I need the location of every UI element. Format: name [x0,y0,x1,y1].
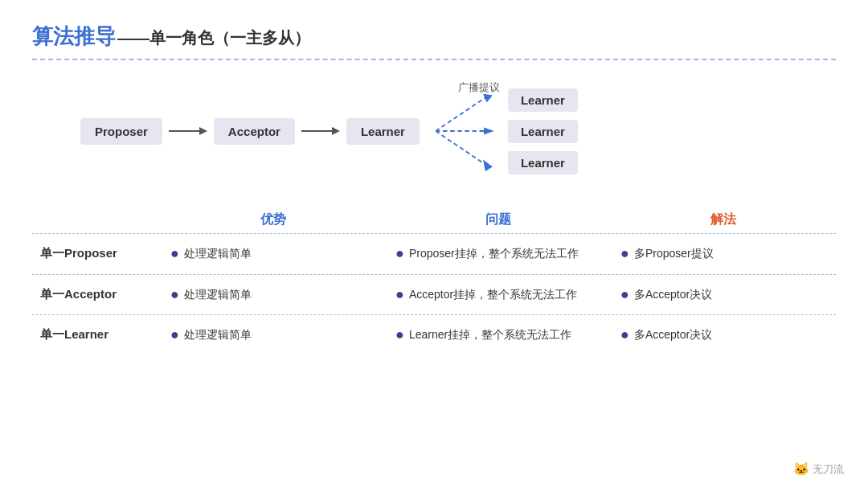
bullet-icon: ● [395,286,404,304]
watermark-icon: 🐱 [793,461,809,477]
row-1-solution-text: 多Proposer提议 [634,245,714,262]
svg-marker-3 [332,127,340,135]
row-3-advantage: ● 处理逻辑简单 [161,326,386,344]
bullet-icon: ● [170,286,179,304]
svg-line-8 [436,131,487,166]
learner-center-node: Learner [346,118,420,145]
svg-marker-1 [199,127,207,135]
row-3-problem: ● Learner挂掉，整个系统无法工作 [386,326,611,344]
bullet-icon: ● [620,245,629,263]
proposer-node: Proposer [80,118,162,145]
learner-node-3: Learner [508,151,578,174]
row-2-solution: ● 多Acceptor决议 [611,286,836,304]
row-2-advantage: ● 处理逻辑简单 [161,286,386,304]
bullet-icon: ● [620,326,629,344]
row-2-solution-text: 多Acceptor决议 [634,286,712,303]
learner-nodes: Learner Learner Learner [508,88,578,174]
bullet-icon: ● [170,326,179,344]
table-row-2: 单一Acceptor ● 处理逻辑简单 ● Acceptor挂掉，整个系统无法工… [32,274,836,315]
row-2-problem: ● Acceptor挂掉，整个系统无法工作 [386,286,611,304]
arrow-proposer-acceptor [169,123,207,139]
page: 算法推导 ——单一角色（一主多从） Proposer Acceptor Lear… [0,0,868,488]
table-area: 优势 问题 解法 单一Proposer ● 处理逻辑简单 ● Proposer挂… [32,207,836,355]
fanout-container: 广播提议 Learner Learner Learner [436,79,578,183]
svg-line-4 [436,96,487,131]
header-problem: 问题 [386,207,611,233]
row-3-problem-text: Learner挂掉，整个系统无法工作 [409,326,571,343]
table-body: 单一Proposer ● 处理逻辑简单 ● Proposer挂掉，整个系统无法工… [32,233,836,355]
row-3-label: 单一Learner [32,327,161,342]
table-row-3: 单一Learner ● 处理逻辑简单 ● Learner挂掉，整个系统无法工作 … [32,314,836,355]
bullet-icon: ● [395,326,404,344]
row-3-solution-text: 多Acceptor决议 [634,326,712,343]
row-2-advantage-text: 处理逻辑简单 [184,286,252,303]
acceptor-node: Acceptor [214,118,295,145]
title-main: 算法推导 [32,23,116,51]
row-3-solution: ● 多Acceptor决议 [611,326,836,344]
bullet-icon: ● [395,245,404,263]
svg-marker-9 [483,159,493,171]
row-2-problem-text: Acceptor挂掉，整个系统无法工作 [409,286,577,303]
row-1-problem-text: Proposer挂掉，整个系统无法工作 [409,245,579,262]
row-1-label: 单一Proposer [32,246,161,261]
arrow-acceptor-learner [301,123,340,139]
header-empty [32,207,161,233]
row-1-advantage: ● 处理逻辑简单 [161,245,386,263]
title-row: 算法推导 ——单一角色（一主多从） [32,23,836,51]
diagram-area: Proposer Acceptor Learner 广播提议 [32,75,836,187]
header-advantage: 优势 [161,207,386,233]
watermark-text: 无刀流 [813,462,844,477]
bullet-icon: ● [170,245,179,263]
title-divider [32,59,836,60]
learner-node-1: Learner [508,88,578,112]
row-1-solution: ● 多Proposer提议 [611,245,836,263]
row-1-advantage-text: 处理逻辑简单 [184,245,252,262]
bullet-icon: ● [620,286,629,304]
table-row-1: 单一Proposer ● 处理逻辑简单 ● Proposer挂掉，整个系统无法工… [32,233,836,274]
watermark: 🐱 无刀流 [793,461,844,477]
svg-marker-7 [484,127,494,134]
row-3-advantage-text: 处理逻辑简单 [184,326,252,343]
row-2-label: 单一Acceptor [32,287,161,302]
row-1-problem: ● Proposer挂掉，整个系统无法工作 [386,245,611,263]
learner-node-2: Learner [508,120,578,143]
title-sub: ——单一角色（一主多从） [117,27,310,49]
broadcast-label: 广播提议 [458,80,500,95]
header-solution: 解法 [611,207,836,233]
table-header: 优势 问题 解法 [32,207,836,233]
